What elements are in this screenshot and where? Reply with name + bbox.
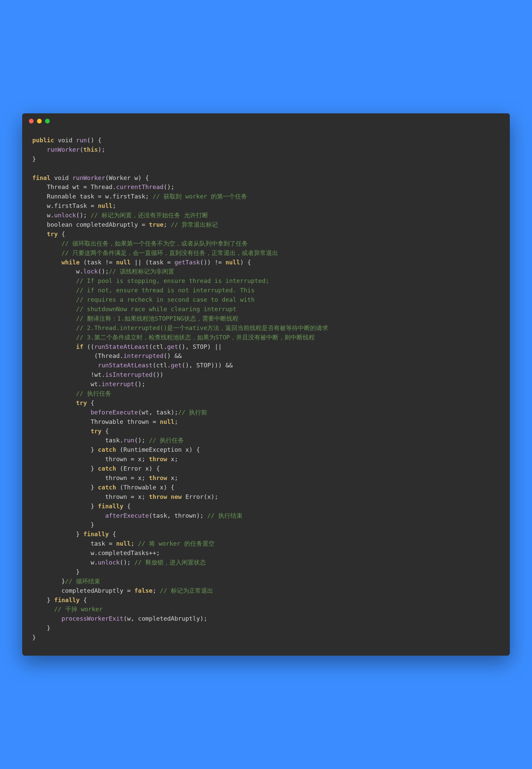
operator: = [94, 193, 105, 200]
type: Worker [109, 174, 131, 181]
punctuation: ( [80, 146, 83, 153]
operator: = [87, 202, 98, 209]
punctuation: ; [175, 455, 178, 463]
punctuation: { [87, 399, 94, 406]
punctuation: . [80, 268, 83, 275]
punctuation: (); [134, 380, 145, 388]
variable: thrown [105, 455, 127, 463]
method-call: interrupted [123, 352, 163, 359]
keyword: try [90, 428, 102, 435]
space [182, 493, 185, 500]
space [167, 493, 171, 500]
punctuation: } [90, 484, 98, 491]
punctuation: (( [83, 343, 94, 350]
variable: x [138, 493, 142, 500]
method-call: get [171, 362, 182, 369]
keyword: throw [149, 474, 167, 481]
variable: w [47, 212, 50, 219]
punctuation: ) { [189, 446, 200, 453]
variable: thrown [175, 512, 196, 519]
variable: wt [90, 380, 98, 388]
punctuation: . [167, 362, 171, 369]
punctuation: . [94, 549, 98, 556]
keyword: catch [98, 465, 116, 472]
punctuation: } [90, 446, 98, 453]
operator: = [138, 221, 149, 228]
punctuation: ) { [240, 259, 251, 266]
punctuation: (), [178, 343, 193, 350]
punctuation: () && [163, 352, 182, 359]
method-call: afterExecute [105, 512, 149, 519]
field: firstTask [54, 202, 87, 209]
comment: // 循环结束 [65, 578, 101, 585]
constant: STOP [193, 343, 207, 350]
keyword: finally [98, 503, 123, 510]
comment: // 2.Thread.interrupted()是一个native方法，返回当… [76, 324, 328, 331]
punctuation: . [98, 380, 102, 388]
comment: // 标记为正常退出 [160, 587, 213, 594]
keyword: catch [98, 484, 116, 491]
keyword: finally [54, 596, 80, 603]
punctuation: ( [105, 174, 109, 181]
variable: w [76, 268, 80, 275]
variable: ctl [153, 343, 164, 350]
keyword: new [171, 493, 182, 500]
punctuation: } [90, 465, 98, 472]
method-call: unlock [98, 559, 120, 566]
operator: || ( [131, 259, 149, 266]
punctuation: ; [175, 418, 178, 425]
variable: w [105, 193, 109, 200]
punctuation: ); [200, 615, 207, 622]
punctuation: . [120, 437, 123, 444]
field: firstTask [112, 193, 145, 200]
type: Runnable [47, 193, 76, 200]
variable: w [47, 202, 50, 209]
variable: x [207, 493, 211, 500]
method-call: unlock [54, 212, 76, 219]
punctuation: ( [149, 512, 153, 519]
type: Error [123, 465, 142, 472]
punctuation: () { [87, 137, 102, 144]
method-name: run [76, 137, 87, 144]
punctuation: ); [98, 146, 105, 153]
punctuation: } [76, 568, 80, 575]
punctuation: ); [171, 409, 178, 416]
variable: x [145, 465, 149, 472]
type: void [54, 174, 69, 181]
punctuation: ( [149, 343, 153, 350]
comment: // 异常退出标记 [171, 221, 218, 228]
comment: // 只要这两个条件满足，会一直循环，直到没有任务，正常退出，或者异常退出 [62, 249, 278, 256]
comment: // 执行前 [178, 409, 207, 416]
comment: // If pool is stopping, ensure thread is… [76, 277, 269, 284]
keyword: null [160, 418, 174, 425]
keyword: false [134, 587, 152, 594]
punctuation: , [149, 409, 156, 416]
minimize-icon[interactable] [37, 119, 42, 123]
punctuation: ; [131, 540, 138, 547]
punctuation: ; [142, 455, 149, 463]
close-icon[interactable] [29, 119, 34, 123]
method-call: processWorkerExit [62, 615, 123, 622]
keyword: true [149, 221, 163, 228]
comment: // 释放锁，进入闲置状态 [134, 559, 206, 566]
code-window: public void run() { runWorker(this); } f… [22, 113, 510, 656]
variable: task [149, 259, 163, 266]
punctuation: ; [145, 193, 153, 200]
method-call: interrupt [102, 380, 135, 388]
variable: x [160, 484, 163, 491]
keyword: while [62, 259, 80, 266]
punctuation: ()) [153, 371, 164, 378]
method-call: runStateAtLeast [94, 343, 149, 350]
variable: task [156, 409, 171, 416]
punctuation: ( [203, 493, 207, 500]
type: Thread [90, 183, 112, 190]
punctuation: ( [94, 352, 98, 359]
operator: = [127, 455, 138, 463]
operator: = [163, 259, 175, 266]
variable: w [90, 559, 94, 566]
punctuation: } [90, 521, 94, 528]
comment: // 该线程标记为非闲置 [109, 268, 175, 275]
maximize-icon[interactable] [45, 119, 50, 123]
type: boolean [47, 221, 72, 228]
punctuation: ; [153, 587, 160, 594]
